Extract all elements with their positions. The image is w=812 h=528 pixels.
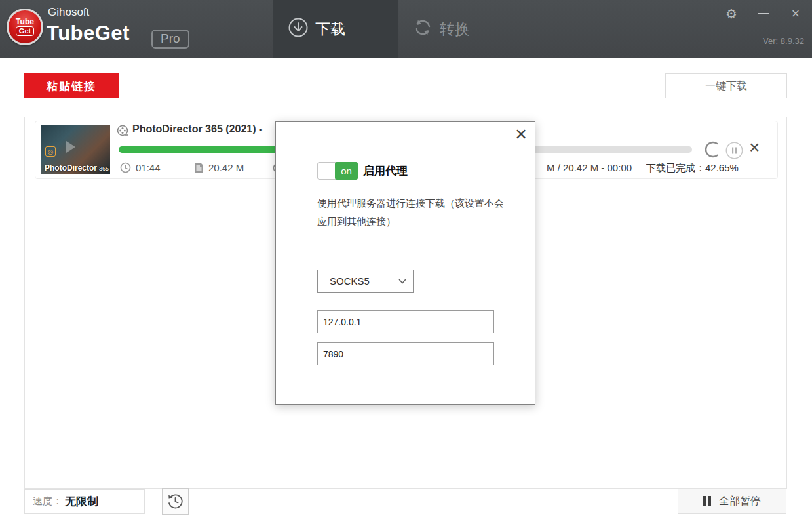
settings-gear-icon[interactable]: ⚙ (720, 4, 743, 24)
logo-text-tube: Tube (16, 18, 34, 26)
duration-value: 01:44 (136, 162, 161, 173)
speed-limit-control[interactable]: 速度： 无限制 (24, 489, 145, 514)
file-icon (194, 162, 204, 173)
chevron-down-icon (398, 279, 406, 284)
dialog-description: 使用代理服务器进行连接下载（该设置不会应用到其他连接） (317, 194, 507, 231)
film-reel-icon (117, 125, 129, 140)
proxy-protocol-select[interactable]: SOCKS5 (317, 270, 414, 293)
convert-arrows-icon (412, 17, 433, 41)
video-thumbnail: ◎ PhotoDirector365 (41, 125, 110, 174)
size-field: 20.42 M (194, 162, 244, 173)
duration-field: 01:44 (120, 162, 161, 173)
speed-value: 无限制 (65, 494, 98, 509)
title-bar: Tube Get Gihosoft TubeGet Pro 下载 转换 ⚙ × … (0, 0, 812, 58)
proxy-port-input[interactable] (317, 342, 494, 365)
toggle-on-label: on (335, 162, 358, 180)
tab-download[interactable]: 下载 (273, 0, 398, 58)
dialog-title: 启用代理 (363, 163, 408, 178)
pause-all-label: 全部暂停 (719, 495, 761, 508)
tab-convert[interactable]: 转换 (398, 0, 522, 58)
history-clock-icon (166, 493, 184, 510)
status-text: 下载已完成：42.65% (646, 162, 739, 174)
app-logo: Tube Get (7, 9, 43, 45)
loading-spinner-icon (704, 140, 722, 161)
video-title: PhotoDirector 365 (2021) - (132, 123, 262, 135)
pause-icon (703, 496, 711, 506)
minimize-icon (758, 13, 769, 14)
thumbnail-caption: PhotoDirector365 (41, 163, 110, 173)
logo-text-get: Get (16, 26, 34, 36)
remove-download-button[interactable]: × (749, 138, 760, 157)
paste-link-button[interactable]: 粘贴链接 (24, 73, 119, 98)
pause-download-button[interactable] (725, 142, 743, 162)
clock-icon (120, 162, 131, 173)
window-close-button[interactable]: × (784, 4, 807, 24)
speed-label: 速度： (33, 495, 62, 508)
version-label: Ver: 8.9.32 (763, 36, 804, 46)
proxy-host-input[interactable] (317, 310, 494, 333)
one-click-download-button[interactable]: 一键下载 (665, 73, 787, 98)
progress-text: M / 20.42 M - 00:00 (547, 162, 632, 173)
download-circle-icon (288, 17, 309, 41)
photodirector-logo-icon: ◎ (45, 146, 56, 157)
tab-convert-label: 转换 (440, 19, 470, 39)
play-icon (66, 141, 75, 153)
pro-badge: Pro (151, 30, 189, 49)
size-value: 20.42 M (208, 162, 244, 173)
tab-download-label: 下载 (315, 19, 345, 39)
protocol-selected-value: SOCKS5 (330, 275, 370, 287)
brand-company: Gihosoft (48, 6, 89, 19)
proxy-settings-dialog: × on 启用代理 使用代理服务器进行连接下载（该设置不会应用到其他连接） SO… (275, 121, 535, 405)
dialog-close-button[interactable]: × (515, 123, 527, 146)
history-button[interactable] (162, 488, 189, 515)
proxy-toggle[interactable]: on (317, 162, 358, 180)
pause-all-button[interactable]: 全部暂停 (678, 489, 786, 514)
minimize-button[interactable] (752, 4, 775, 24)
brand-product: TubeGet (47, 22, 130, 45)
